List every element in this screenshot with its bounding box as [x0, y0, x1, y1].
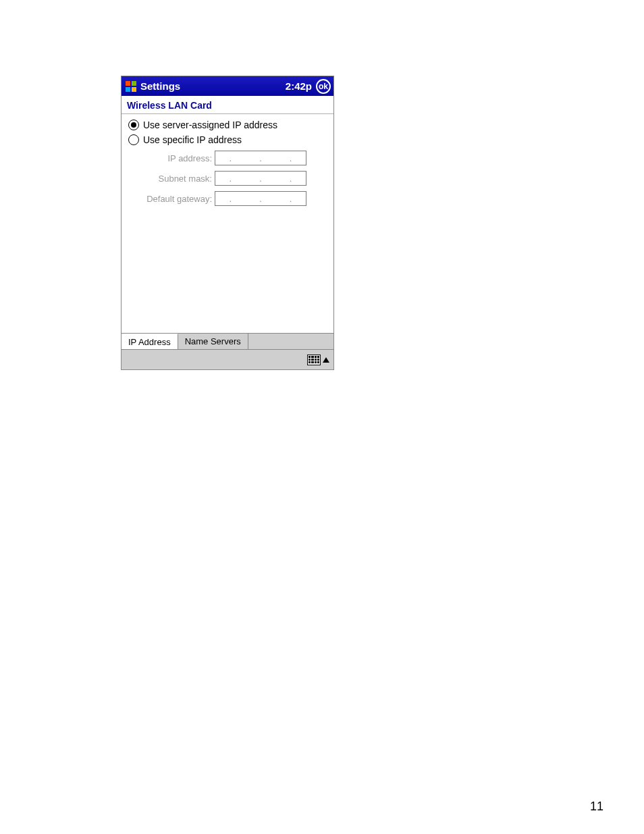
- ip-address-input[interactable]: ...: [215, 151, 306, 165]
- page-subtitle: Wireless LAN Card: [122, 96, 333, 112]
- svg-rect-2: [126, 87, 130, 92]
- ip-address-row: IP address: ...: [128, 151, 327, 165]
- svg-rect-3: [132, 87, 136, 92]
- default-gateway-row: Default gateway: ...: [128, 191, 327, 206]
- subnet-mask-input[interactable]: ...: [215, 171, 306, 186]
- chevron-up-icon: [323, 357, 329, 363]
- keyboard-icon[interactable]: [307, 355, 329, 365]
- tab-bar: IP Address Name Servers: [122, 333, 333, 349]
- svg-rect-0: [126, 81, 130, 86]
- radio-checked-icon: [128, 120, 139, 130]
- radio-specific-ip-label: Use specific IP address: [143, 134, 242, 145]
- ok-button[interactable]: ok: [316, 79, 331, 94]
- default-gateway-label: Default gateway:: [128, 194, 215, 204]
- settings-window: Settings 2:42p ok Wireless LAN Card Use …: [121, 76, 334, 370]
- default-gateway-input[interactable]: ...: [215, 191, 306, 206]
- page-number: 11: [590, 800, 603, 814]
- title-bar: Settings 2:42p ok: [122, 76, 333, 96]
- radio-specific-ip[interactable]: Use specific IP address: [128, 134, 327, 145]
- subnet-mask-row: Subnet mask: ...: [128, 171, 327, 186]
- start-menu-icon[interactable]: [124, 80, 138, 93]
- ip-address-label: IP address:: [128, 153, 215, 163]
- content-area: Use server-assigned IP address Use speci…: [122, 114, 333, 333]
- radio-server-assigned-label: Use server-assigned IP address: [143, 120, 277, 130]
- subnet-mask-label: Subnet mask:: [128, 174, 215, 184]
- radio-unchecked-icon: [128, 134, 139, 145]
- bottom-bar: [122, 349, 333, 369]
- radio-server-assigned[interactable]: Use server-assigned IP address: [128, 120, 327, 130]
- window-title: Settings: [140, 80, 286, 92]
- tab-ip-address[interactable]: IP Address: [122, 334, 178, 349]
- clock: 2:42p: [286, 80, 312, 92]
- tab-name-servers[interactable]: Name Servers: [178, 334, 248, 349]
- svg-rect-1: [132, 81, 136, 86]
